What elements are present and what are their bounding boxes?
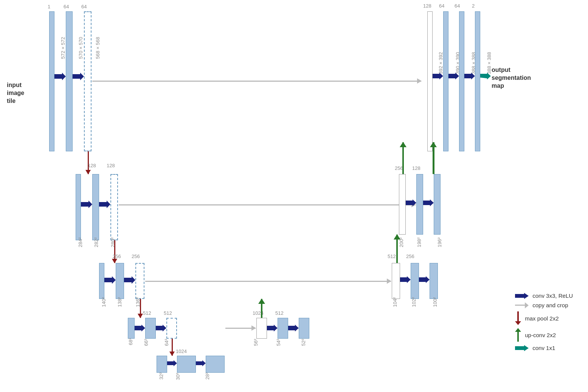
blue-arrow-11 [267,325,278,331]
fmap-392-white [427,11,433,151]
blue-arrow-12 [288,325,299,331]
maxpool-arrow-4 [172,339,173,356]
label-198sq: 198² [416,238,422,247]
label-104sq: 104² [392,297,398,307]
label-392x392: 392 × 392 [438,52,444,74]
svg-marker-6 [135,325,145,331]
fmap-388-2 [475,11,480,151]
fmap-196 [434,174,441,235]
label-1: 1 [48,4,50,9]
blue-arrow-16 [423,199,434,206]
svg-marker-3 [99,201,110,208]
blue-arrow-2 [73,73,84,80]
label-512-1: 512 [143,310,151,316]
legend: conv 3x3, ReLU copy and crop max pool 2x… [515,292,573,354]
label-64sq-d: 64² [164,339,169,346]
fmap-102 [411,263,419,299]
label-128-1: 128 [88,163,96,168]
label-100sq: 100² [432,297,438,307]
svg-marker-9 [196,360,206,366]
svg-marker-0 [54,73,66,80]
blue-arrow-13 [400,276,411,283]
svg-rect-21 [515,305,525,306]
svg-marker-4 [104,276,116,284]
legend-conv-1x1-label: conv 1x1 [532,345,555,351]
svg-marker-11 [288,325,299,331]
legend-max-pool: max pool 2x2 [515,311,573,325]
label-68sq: 68² [128,338,133,345]
input-label: inputimagetile [7,81,24,105]
label-512-dec: 512 [388,254,396,259]
blue-arrow-5 [104,276,116,284]
legend-green-arrow-icon [515,328,521,342]
label-102sq: 102² [411,297,417,307]
svg-marker-27 [515,345,529,351]
blue-arrow-7 [135,325,145,331]
svg-marker-17 [448,73,459,79]
legend-copy-crop: copy and crop [515,302,573,308]
legend-teal-arrow-icon [515,345,529,351]
copy-crop-arrow-2 [119,204,416,205]
legend-conv-relu: conv 3x3, ReLU [515,292,573,299]
blue-arrow-4 [99,201,110,208]
fmap-30 [177,356,196,373]
svg-marker-22 [525,302,529,308]
label-2: 2 [472,3,475,9]
blue-arrow-17 [433,73,443,79]
fmap-52 [299,318,309,339]
fmap-66 [145,318,156,339]
maxpool-arrow-3 [140,299,141,318]
blue-arrow-10 [196,360,206,366]
copy-crop-arrow-3 [145,281,391,282]
blue-arrow-3 [81,201,92,208]
upconv-arrow-1 [261,299,262,318]
svg-marker-2 [81,201,92,208]
svg-rect-23 [517,311,519,321]
fmap-56-white [256,318,267,339]
label-32sq: 32² [158,373,164,380]
legend-conv-relu-label: conv 3x3, ReLU [532,292,573,299]
upconv-arrow-3 [402,142,404,174]
svg-marker-10 [267,325,278,331]
fmap-100 [430,263,438,299]
teal-arrow-1x1 [480,73,491,79]
svg-marker-8 [167,360,177,366]
upconv-arrow-2 [396,235,398,263]
label-256-2: 256 [132,254,140,259]
label-512-2: 512 [164,310,172,316]
svg-marker-12 [400,276,411,283]
label-140sq: 140² [101,297,107,307]
legend-conv-1x1: conv 1x1 [515,345,573,351]
svg-marker-7 [156,325,166,331]
label-196sq: 196² [437,238,442,247]
unet-diagram: inputimagetile 1 572 × 572 64 570 × 570 … [0,0,588,392]
label-138sq: 138² [117,297,123,307]
label-64-dec2: 64 [455,3,460,9]
fmap-200-white [399,174,406,235]
fmap-140 [99,263,104,299]
fmap-280-dashed [110,174,118,240]
label-128-2: 128 [107,163,115,168]
label-66sq: 66² [143,339,149,346]
blue-arrow-14 [419,276,430,283]
blue-arrow-18 [448,73,459,79]
label-128-dec1: 128 [412,165,420,171]
blue-arrow-8 [156,325,166,331]
copy-crop-arrow-1 [92,81,421,82]
label-64-dec1: 64 [439,3,444,9]
legend-up-conv: up-conv 2x2 [515,328,573,342]
svg-rect-25 [517,332,519,342]
fmap-64-dashed [166,318,177,339]
fmap-388-1 [459,11,464,151]
label-30sq: 30² [175,373,181,380]
label-388x388-2: 388 × 388 [486,52,492,74]
maxpool-arrow-2 [114,240,115,263]
label-256-1: 256 [113,254,121,259]
fmap-136-dashed [135,263,144,299]
label-52sq: 52² [301,339,306,346]
fmap-54 [278,318,288,339]
svg-marker-18 [464,73,475,79]
svg-marker-24 [515,321,521,325]
label-256-dec2: 256 [395,165,403,171]
blue-arrow-6 [124,276,135,284]
